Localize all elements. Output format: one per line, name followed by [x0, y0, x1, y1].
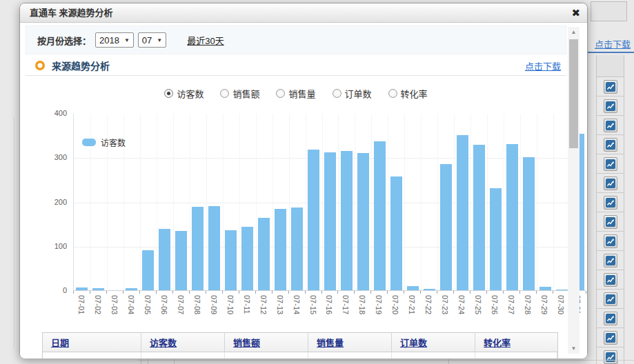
table-header-link[interactable]: 转化率	[484, 336, 511, 349]
bar-07-27[interactable]	[506, 144, 518, 290]
metric-radio-1[interactable]: 访客数	[164, 87, 204, 100]
x-axis-tick-label: 07-05	[139, 295, 156, 327]
scroll-up-icon[interactable]: ▲	[568, 27, 579, 37]
trend-chart-icon[interactable]	[604, 176, 617, 190]
bar-07-11[interactable]	[241, 227, 253, 290]
axis-tick	[387, 291, 388, 294]
trend-chart-icon[interactable]	[604, 273, 617, 287]
table-header-link[interactable]: 日期	[51, 336, 69, 349]
bar-07-09[interactable]	[208, 206, 220, 290]
bar-07-12[interactable]	[258, 218, 270, 290]
trend-chart-icon[interactable]	[604, 119, 617, 132]
bar-07-05[interactable]	[142, 250, 154, 290]
bar-07-13[interactable]	[275, 209, 286, 290]
radio-button-icon[interactable]	[220, 89, 229, 98]
bar-07-18[interactable]	[357, 153, 369, 290]
bar-07-21[interactable]	[407, 286, 419, 290]
table-cell	[392, 352, 475, 358]
x-axis-tick-label: 07-18	[354, 295, 370, 327]
chart-legend[interactable]: 访客数	[82, 136, 126, 148]
x-axis-tick-label: 07-06	[156, 295, 172, 327]
bar-07-08[interactable]	[192, 207, 204, 290]
close-icon[interactable]: ✖	[571, 6, 580, 20]
scrollbar-thumb[interactable]	[569, 39, 578, 148]
metric-radio-2[interactable]: 销售额	[220, 87, 259, 100]
dialog-header[interactable]: 直通车 来源趋势分析 ✖	[20, 3, 587, 23]
trend-chart-icon[interactable]	[604, 99, 617, 113]
trend-chart-icon[interactable]	[604, 138, 617, 152]
bar-07-01[interactable]	[76, 287, 88, 290]
bar-07-14[interactable]	[291, 208, 303, 290]
axis-tick	[404, 291, 404, 294]
bar-07-25[interactable]	[473, 145, 485, 290]
bar-07-17[interactable]	[341, 151, 353, 290]
background-table-row	[597, 116, 624, 135]
table-header-cell: 销售额	[225, 333, 308, 352]
bar-07-07[interactable]	[175, 231, 187, 290]
bar-07-28[interactable]	[523, 157, 535, 290]
section-divider	[26, 75, 566, 76]
metric-radio-label: 销售额	[232, 87, 259, 100]
month-select[interactable]: 07 ▼	[138, 32, 166, 48]
gridline	[289, 114, 290, 290]
table-header-link[interactable]: 销售额	[233, 336, 260, 349]
trend-chart-icon[interactable]	[604, 312, 617, 325]
gridline	[223, 114, 224, 290]
radio-button-icon[interactable]	[333, 89, 341, 98]
radio-button-icon[interactable]	[276, 89, 285, 98]
radio-button-icon[interactable]	[388, 89, 397, 98]
table-header-link[interactable]: 销售量	[317, 336, 344, 349]
recent-30-days-link[interactable]: 最近30天	[187, 34, 224, 47]
table-header-link[interactable]: 订单数	[400, 336, 427, 349]
x-axis-tick-label: 07-27	[503, 295, 519, 327]
background-download-link[interactable]: 点击下载	[595, 37, 631, 50]
bar-07-24[interactable]	[457, 135, 468, 290]
x-axis-tick-label: 07-30	[553, 295, 569, 327]
table-cell	[308, 352, 392, 358]
chevron-down-icon: ▼	[157, 37, 162, 43]
trend-chart-icon[interactable]	[604, 157, 617, 171]
y-axis-tick-label: 100	[27, 242, 67, 250]
trend-chart-icon[interactable]	[604, 331, 617, 345]
trend-chart-icon[interactable]	[604, 215, 617, 229]
axis-tick	[222, 291, 223, 294]
data-table-header: 日期访客数销售额销售量订单数转化率	[43, 333, 557, 352]
y-axis-tick-label: 0	[27, 286, 67, 294]
table-header-link[interactable]: 访客数	[150, 336, 177, 349]
trend-chart-icon[interactable]	[604, 80, 617, 94]
gridline	[371, 114, 372, 290]
download-link[interactable]: 点击下载	[525, 59, 561, 72]
bar-07-30[interactable]	[556, 290, 568, 290]
dialog-scrollbar[interactable]: ▲ ▼	[568, 27, 579, 354]
bar-07-19[interactable]	[374, 141, 386, 290]
bar-07-15[interactable]	[308, 150, 319, 290]
x-axis-tick-label: 07-09	[206, 295, 222, 327]
bar-07-10[interactable]	[225, 230, 237, 290]
metric-radio-5[interactable]: 转化率	[388, 87, 428, 100]
scroll-down-icon[interactable]: ▼	[568, 343, 579, 354]
gridline	[140, 114, 141, 290]
background-table-row	[597, 290, 624, 309]
bar-07-22[interactable]	[424, 289, 435, 290]
bar-07-29[interactable]	[539, 287, 551, 290]
metric-radio-4[interactable]: 订单数	[333, 87, 372, 100]
trend-chart-icon[interactable]	[604, 254, 617, 267]
radio-button-icon[interactable]	[164, 89, 173, 98]
x-axis-tick-label: 07-14	[288, 295, 305, 327]
dialog-title: 直通车 来源趋势分析	[30, 3, 113, 23]
background-table-row	[597, 154, 624, 174]
trend-chart-icon[interactable]	[604, 234, 617, 248]
bar-07-06[interactable]	[159, 229, 170, 290]
bar-07-16[interactable]	[324, 152, 336, 290]
trend-chart-icon[interactable]	[604, 292, 617, 306]
trend-chart-icon[interactable]	[604, 196, 617, 210]
background-table-row	[597, 212, 624, 232]
bar-07-04[interactable]	[126, 288, 137, 290]
bar-07-02[interactable]	[92, 288, 104, 290]
bar-07-23[interactable]	[440, 164, 452, 290]
metric-radio-3[interactable]: 销售量	[276, 87, 315, 100]
year-select[interactable]: 2018 ▼	[95, 32, 134, 48]
bar-07-20[interactable]	[390, 176, 402, 290]
month-filter-bar: 按月份选择： 2018 ▼ 07 ▼ 最近30天	[26, 26, 566, 54]
bar-07-26[interactable]	[490, 188, 502, 290]
